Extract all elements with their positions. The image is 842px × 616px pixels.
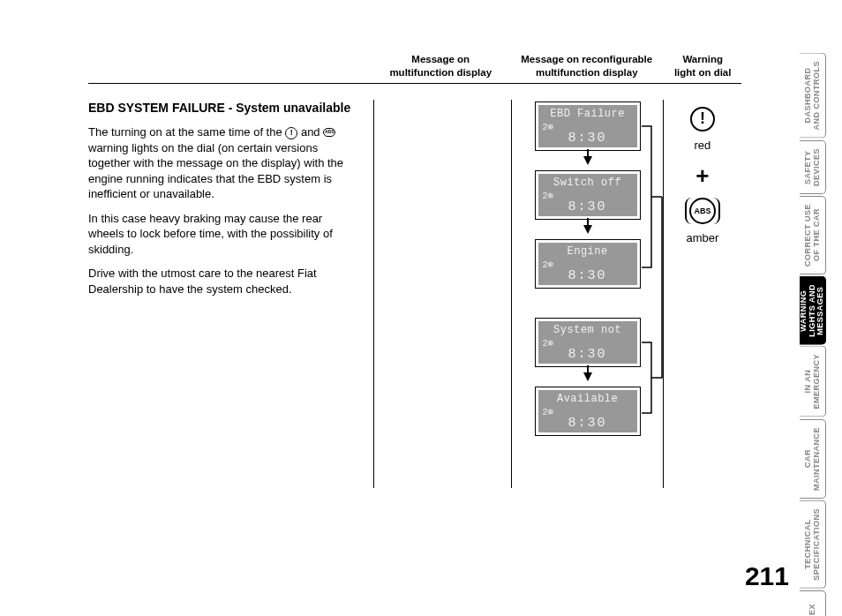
paragraph-3: Drive with the utmost care to the neares… (88, 266, 360, 297)
column-headers: Message onmultifunction display Message … (88, 53, 741, 84)
icon-glyph: ! (700, 109, 705, 128)
arrow-down-icon (583, 225, 592, 234)
lcd-screen: Available 2❄ 8:30 (535, 387, 641, 436)
tab-emergency[interactable]: IN ANEMERGENCY (800, 346, 826, 417)
header-warning-dial: Warninglight on dial (664, 53, 741, 79)
arrow-down-icon (583, 156, 592, 165)
tab-index[interactable]: INDEX (800, 590, 826, 616)
lcd-screen: System not 2❄ 8:30 (535, 318, 641, 367)
tab-warning-lights[interactable]: WARNINGLIGHTS ANDMESSAGES (800, 276, 826, 345)
tab-specifications[interactable]: TECHNICALSPECIFICATIONS (800, 500, 826, 589)
header-reconfigurable: Message on reconfigurablemultifunction d… (509, 53, 664, 79)
lcd-title: System not (543, 324, 633, 336)
lcd-time: 8:30 (543, 199, 633, 214)
lcd-screen: EBD Failure 2❄ 8:30 (535, 101, 641, 151)
abs-icon: ABS (323, 128, 335, 137)
warning-column: ! red + ABS amber (664, 100, 741, 488)
text-column: EBD SYSTEM FAILURE - System unavailable … (88, 100, 374, 488)
warning-color-amber: amber (686, 231, 718, 244)
header-multifunction: Message onmultifunction display (372, 53, 509, 79)
tab-dashboard[interactable]: DASHBOARDAND CONTROLS (800, 53, 826, 139)
plus-icon: + (695, 164, 709, 187)
section-tabs: DASHBOARDAND CONTROLS SAFETYDEVICES CORR… (800, 53, 826, 616)
tab-maintenance[interactable]: CARMAINTENANCE (800, 419, 826, 499)
para1-a: The turning on at the same time of the (88, 125, 285, 139)
lcd-title: EBD Failure (543, 108, 633, 120)
manual-page: Message onmultifunction display Message … (88, 53, 741, 565)
lcd-time: 8:30 (543, 347, 633, 362)
lcd-title: Available (543, 393, 633, 405)
lcd-title: Engine (543, 245, 633, 258)
warning-color-red: red (695, 139, 711, 152)
multifunction-column (374, 100, 513, 488)
reconfigurable-column: EBD Failure 2❄ 8:30 Switch off 2❄ 8:30 E… (512, 100, 663, 488)
paragraph-2: In this case heavy braking may cause the… (88, 211, 360, 258)
lcd-screen: Switch off 2❄ 8:30 (535, 170, 641, 220)
lcd-time: 8:30 (543, 131, 633, 146)
tab-safety[interactable]: SAFETYDEVICES (800, 140, 826, 194)
para1-b: and (297, 125, 323, 139)
exclamation-warning-icon: ! (690, 107, 715, 131)
abs-warning-icon: ABS (689, 198, 716, 224)
tab-correct-use[interactable]: CORRECT USEOF THE CAR (800, 196, 826, 274)
paragraph-1: The turning on at the same time of the !… (88, 124, 360, 202)
para1-c: warning lights on the dial (on certain v… (88, 141, 343, 201)
exclamation-icon: ! (285, 127, 297, 139)
content-row: EBD SYSTEM FAILURE - System unavailable … (88, 100, 741, 488)
lcd-time: 8:30 (543, 268, 633, 283)
lcd-time: 8:30 (543, 416, 633, 431)
lcd-title: Switch off (543, 177, 633, 189)
header-spacer (88, 53, 372, 79)
arrow-down-icon (583, 372, 592, 381)
page-number: 211 (745, 561, 789, 591)
lcd-screen: Engine 2❄ 8:30 (535, 239, 641, 289)
abs-text: ABS (694, 207, 710, 215)
section-title: EBD SYSTEM FAILURE - System unavailable (88, 100, 360, 116)
